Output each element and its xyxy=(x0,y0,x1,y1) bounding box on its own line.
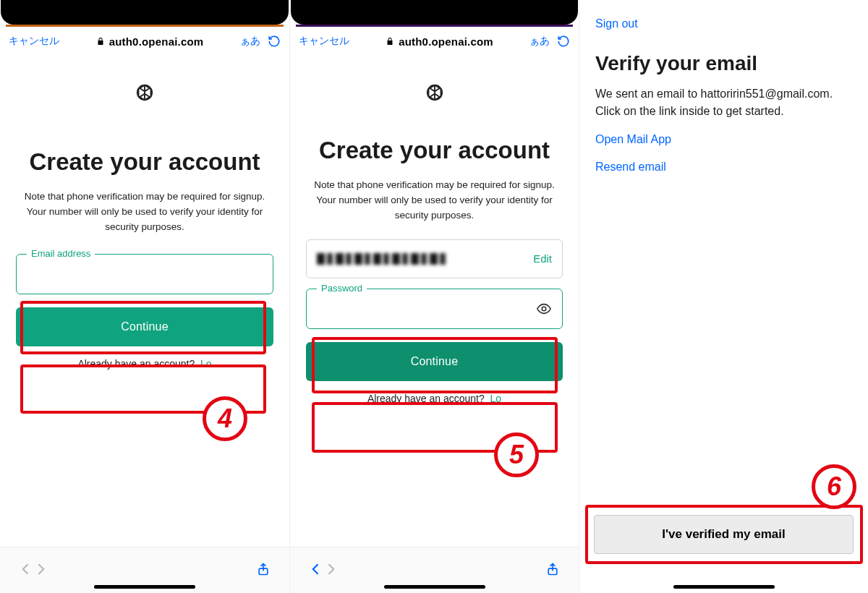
lock-icon xyxy=(96,36,105,46)
openai-logo-wrap xyxy=(0,80,289,105)
home-indicator xyxy=(673,585,775,589)
share-button[interactable] xyxy=(256,562,271,579)
text-size-button[interactable]: ぁあ xyxy=(529,35,550,48)
openai-logo-wrap xyxy=(290,80,579,105)
page-title: Create your account xyxy=(290,135,579,166)
back-button[interactable] xyxy=(19,562,33,579)
forward-button[interactable] xyxy=(323,562,338,579)
pane-3-verify-email: Sign out Verify your email We sent an em… xyxy=(579,0,868,593)
svg-point-3 xyxy=(542,307,546,311)
ive-verified-button[interactable]: I've verified my email xyxy=(594,515,854,554)
already-text: Already have an account? xyxy=(77,358,195,370)
sign-out-link[interactable]: Sign out xyxy=(595,17,638,30)
page-title: Create your account xyxy=(0,147,289,178)
device-notch xyxy=(1,0,289,25)
forward-button[interactable] xyxy=(33,562,48,579)
openai-logo-icon xyxy=(132,80,157,105)
url-bar[interactable]: auth0.openai.com xyxy=(357,35,522,48)
pane-2-create-account-password: キャンセル auth0.openai.com ぁあ Create your ac… xyxy=(289,0,579,593)
already-have-account: Already have an account? Lo xyxy=(16,358,273,370)
continue-button[interactable]: Continue xyxy=(16,307,273,346)
highlight-continue xyxy=(20,364,266,414)
page-subtitle: Note that phone verification may be requ… xyxy=(312,178,558,223)
refresh-icon[interactable] xyxy=(268,35,281,48)
email-readonly-field: Edit xyxy=(306,239,563,278)
step-badge-5: 5 xyxy=(494,432,539,477)
already-have-account: Already have an account? Lo xyxy=(306,393,563,404)
password-label: Password xyxy=(317,283,367,294)
already-text: Already have an account? xyxy=(367,393,485,404)
highlight-continue xyxy=(312,402,558,453)
email-label: Email address xyxy=(27,248,95,259)
password-field-container[interactable]: Password xyxy=(306,289,563,329)
redacted-email xyxy=(317,253,447,265)
login-link[interactable]: Lo xyxy=(490,393,502,404)
email-input[interactable] xyxy=(27,267,263,281)
login-link[interactable]: Lo xyxy=(200,358,212,370)
open-mail-app-link[interactable]: Open Mail App xyxy=(595,133,852,146)
safari-toolbar: キャンセル auth0.openai.com ぁあ xyxy=(290,27,579,56)
verify-body-text: We sent an email to hattoririn551@gmail.… xyxy=(595,85,852,120)
resend-email-link[interactable]: Resend email xyxy=(595,161,852,174)
text-size-button[interactable]: ぁあ xyxy=(240,35,260,48)
openai-logo-icon xyxy=(422,80,447,105)
pane-1-create-account-email: キャンセル auth0.openai.com ぁあ Create your ac… xyxy=(0,0,289,593)
step-badge-4: 4 xyxy=(203,396,247,441)
share-button[interactable] xyxy=(545,562,560,579)
safari-toolbar: キャンセル auth0.openai.com ぁあ xyxy=(0,27,289,56)
edit-email-link[interactable]: Edit xyxy=(533,252,552,265)
url-bar[interactable]: auth0.openai.com xyxy=(67,35,233,48)
page-title: Verify your email xyxy=(595,52,852,75)
page-subtitle: Note that phone verification may be requ… xyxy=(22,189,268,235)
refresh-icon[interactable] xyxy=(557,35,570,48)
show-password-icon[interactable] xyxy=(536,301,552,317)
back-button[interactable] xyxy=(309,562,323,579)
url-domain: auth0.openai.com xyxy=(109,35,204,48)
url-domain: auth0.openai.com xyxy=(399,35,493,48)
cancel-button[interactable]: キャンセル xyxy=(299,35,349,48)
home-indicator xyxy=(94,585,195,589)
continue-button[interactable]: Continue xyxy=(306,342,563,381)
cancel-button[interactable]: キャンセル xyxy=(9,35,59,48)
password-input[interactable] xyxy=(317,302,536,315)
email-field-container[interactable]: Email address xyxy=(16,254,273,294)
home-indicator xyxy=(384,585,485,589)
step-badge-6: 6 xyxy=(812,464,856,509)
device-notch xyxy=(291,0,578,25)
lock-icon xyxy=(386,36,394,46)
